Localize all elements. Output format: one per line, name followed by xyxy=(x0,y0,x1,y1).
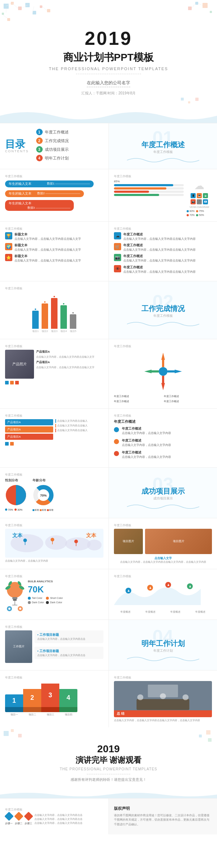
svg-rect-2 xyxy=(18,7,22,10)
svg-rect-23 xyxy=(188,101,190,103)
bar-col-3: 项目3 xyxy=(51,296,58,333)
steps-panel: 年度工作模板 1 2 3 4 项目一 项目二 项目三 项目四 xyxy=(0,671,109,727)
svg-rect-4 xyxy=(25,3,30,7)
timeline-2: 年度工作概述 点击输入文字内容，点击输入文字内容 xyxy=(114,438,212,447)
conclusion-year: 2019 xyxy=(16,743,201,755)
map-text-right: 文本 xyxy=(86,532,96,539)
svg-rect-81 xyxy=(208,738,212,742)
contents-item-2: 2 工作完成情况 xyxy=(36,137,104,144)
people-label: 年度工作模板 xyxy=(114,574,212,578)
step-descs: 点击输入文字内容，点击输入文字内容点击 点击输入文字内容，点击输入文字内容点击 … xyxy=(34,813,103,825)
product-desc-2: 点击输入文字内容点击输入 xyxy=(55,424,103,427)
icon-box-3: ⭐ xyxy=(5,254,12,261)
section03-header: 03 成功项目展示 成功项目展示 xyxy=(109,468,217,518)
svg-rect-24 xyxy=(195,98,199,101)
icon-text-6: 年度工作概述 点击输入文字内容，点击输入文字内容点击输入文字内容 xyxy=(123,254,196,263)
age-chart: 年龄分布 70% 标签 标签 标签 xyxy=(33,478,54,512)
cloud-area: ☁ 📱 💻 🖥 📷 🎵 📧 VENN DIAGRAM 80% 75% 70% 5… xyxy=(187,180,212,216)
copyright-text: 请勿将千图网的素材作商业用途！您可以修改、二次设计本作品，但需遵循千图网的有关规… xyxy=(114,813,212,827)
bars-left-label: 年度工作模板 xyxy=(5,286,103,290)
products-panel: 年度工作模板 产品项目A 产品项目A 产品项目A 点击输入文字内容点击输入 点击… xyxy=(0,409,109,467)
step-3: 3 xyxy=(41,684,59,712)
product-desc-1: 点击输入文字内容点击输入 xyxy=(55,419,103,423)
icon-box-7: 👁 xyxy=(114,265,121,272)
svg-rect-5 xyxy=(7,18,10,21)
meeting-panel: 年度工作模板 总 结 点击输入文字内容，点击输入文字内容点击输入文字内容，点击输… xyxy=(109,671,217,727)
product-c: 产品项目A xyxy=(5,434,53,440)
svg-rect-1 xyxy=(11,2,14,5)
svg-rect-0 xyxy=(4,4,9,9)
slide-conclusion: 2019 演讲完毕 谢谢观看 THE PROFESSIONAL POWERPOI… xyxy=(0,727,217,798)
bulb-analytics-label: BULB ANALYTICS xyxy=(28,580,63,583)
slide-products-work: 年度工作模板 产品项目A 产品项目A 产品项目A 点击输入文字内容点击输入 点击… xyxy=(0,408,217,467)
compass-label: 年度工作模板 xyxy=(114,344,212,348)
map-label: 年度工作模板 xyxy=(5,523,103,527)
slide-tags-stats: 年度工作模板 年生的输入文本 数据1 ———————————— 年生的输入文本 … xyxy=(0,169,217,221)
stats-label: 年度工作模板 xyxy=(114,174,212,178)
icon-items-left: 年度工作模板 🏆 标题文本 点击输入文字内容，点击输入文字内容点击输入文字 🌍 … xyxy=(0,222,109,281)
conclusion-main: 演讲完毕 谢谢观看 xyxy=(16,755,201,766)
icon-item-3: ⭐ 标题文本 点击输入文字内容，点击输入文字内容点击输入文字 xyxy=(5,254,103,263)
section02-subtitle: 年度工作模板 xyxy=(153,314,173,318)
svg-rect-18 xyxy=(188,7,192,10)
photo-items-label: 年度工作模板 xyxy=(5,625,103,629)
contents-item-3: 3 成功项目展示 xyxy=(36,146,104,153)
contents-num-2: 2 xyxy=(36,137,43,144)
work-label: 年度工作模板 xyxy=(114,414,212,418)
svg-point-72 xyxy=(137,694,144,700)
svg-point-59 xyxy=(8,608,10,610)
bars-left: 年度工作模板 项目1 项目2 项目3 项目4 xyxy=(0,281,109,339)
svg-rect-77 xyxy=(11,729,14,732)
icon-box-2: 🌍 xyxy=(5,243,12,250)
section01-subtitle: 年度工作模板 xyxy=(153,150,173,154)
icon-item-2: 🌍 标题文本 点击输入文字内容，点击输入文字内容点击输入文字 xyxy=(5,243,103,252)
section03-title: 成功项目展示 xyxy=(141,486,185,496)
svg-rect-22 xyxy=(181,98,184,101)
icon-item-1: 🏆 标题文本 点击输入文字内容，点击输入文字内容点击输入文字 xyxy=(5,232,103,241)
section01-header: 01 年度工作概述 年度工作模板 xyxy=(109,123,217,169)
legend-3 xyxy=(15,381,19,384)
svg-rect-16 xyxy=(203,3,208,8)
contents-num-4: 4 xyxy=(36,155,43,161)
bulb-stats: BULB ANALYTICS 70K Tall Color Short Colo… xyxy=(28,580,63,604)
svg-rect-19 xyxy=(210,11,212,13)
svg-point-42 xyxy=(87,540,102,550)
contents-panel: 目录 CONTENTS 1 年度工作概述 2 工作完成情况 3 成功项目展示 4… xyxy=(0,123,109,169)
work-items-right: 年度工作模板 年度工作概述 年度工作概述 点击输入文字内容，点击输入文字内容 年… xyxy=(109,409,217,467)
bar-col-2: 项目2 xyxy=(42,301,48,333)
icon-text-7: 年度工作概述 点击输入文字内容，点击输入文字内容点击输入文字内容 xyxy=(123,265,196,274)
svg-marker-26 xyxy=(161,353,165,360)
slide-photo-section04: 年度工作模板 工作图片 ▪ 工作项目标题 点击输入文字内容，点击输入文字内容点击… xyxy=(0,620,217,670)
svg-rect-13 xyxy=(47,9,50,12)
bar-col-1: 项目1 xyxy=(32,309,39,333)
products-label: 年度工作模板 xyxy=(5,414,103,418)
title-sub: THE PROFESSIONAL POWERPOINT TEMPLATES xyxy=(49,67,168,71)
step-1: 1 xyxy=(5,694,23,712)
title-main: 商业计划书PPT模板 xyxy=(63,51,154,64)
conclusion-content: 2019 演讲完毕 谢谢观看 THE PROFESSIONAL POWERPOI… xyxy=(9,736,208,790)
pie-label: 年度工作模板 xyxy=(5,473,103,477)
bulb-svg-wrap xyxy=(5,580,25,614)
slide-icon-items: 年度工作模板 🏆 标题文本 点击输入文字内容，点击输入文字内容点击输入文字 🌍 … xyxy=(0,221,217,281)
copyright-items: 步骤一 步骤二 步骤三 点击输入文字内容，点击输入文字内容点击 点击输入文字内容… xyxy=(5,813,103,825)
photo-work: 工作图片 xyxy=(5,630,32,663)
photo-1: 产品照片 xyxy=(5,350,34,379)
photos-desc: 点击输入文字内容，点击输入文字内容点击输入文字内容，点击输入文字内容 xyxy=(114,560,212,564)
slide-contents-row: 目录 CONTENTS 1 年度工作概述 2 工作完成情况 3 成功项目展示 4… xyxy=(0,123,217,169)
enter-text-label: 点击输入文字 xyxy=(114,556,212,560)
tl-dot-2 xyxy=(114,439,119,444)
photo-items-panel: 年度工作模板 工作图片 ▪ 工作项目标题 点击输入文字内容，点击输入文字内容点击… xyxy=(0,620,109,670)
map-panel: 年度工作模板 文本 文本 点击输入文字内容，点击输入文字内容 xyxy=(0,518,109,569)
copyright-left: 年度工作模板 步骤一 步骤二 步骤三 点击输入文字内容，点击输入文字内容点击 点… xyxy=(0,799,109,834)
compass-text-4: 年度工作概述 xyxy=(164,400,212,403)
svg-point-25 xyxy=(159,367,167,376)
copyright-slide-label: 年度工作模板 xyxy=(5,808,103,812)
step-2: 2 xyxy=(23,689,41,712)
slide-copyright-row: 年度工作模板 步骤一 步骤二 步骤三 点击输入文字内容，点击输入文字内容点击 点… xyxy=(0,798,217,834)
legend-2 xyxy=(10,381,14,384)
section01-title: 年度工作概述 xyxy=(141,140,185,150)
copyright-right: 版权声明 请勿将千图网的素材作商业用途！您可以修改、二次设计本作品，但需遵循千图… xyxy=(109,799,217,834)
map-desc: 点击输入文字内容，点击输入文字内容 xyxy=(5,559,103,563)
bulb-tag4: Dark Color xyxy=(50,601,62,604)
slide-pie-section03: 年度工作模板 性别分布 70% 30% 年龄分布 xyxy=(0,467,217,518)
